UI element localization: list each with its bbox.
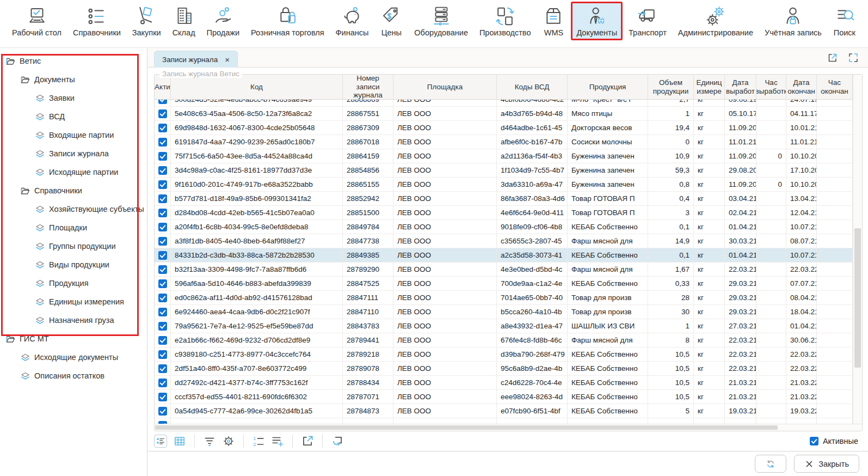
sidebar-item-vetis[interactable]: Ветис — [0, 52, 147, 70]
toolbar-item-production[interactable]: Производство — [474, 2, 537, 40]
sidebar-item-vidy-produkcii[interactable]: Виды продукции — [0, 255, 147, 274]
horizontal-scrollbar[interactable] — [155, 424, 862, 431]
toolbar-item-search[interactable]: Поиск — [828, 2, 861, 40]
table-row[interactable]: b577d781-d18f-49a9-85b6-099301341fa22885… — [155, 192, 853, 206]
table-row[interactable]: 6e924460-aea4-4caa-9db6-d0c2f21c907f2884… — [155, 305, 853, 319]
table-row[interactable]: ed0c862a-af11-4d0d-ab92-d41576128bad2884… — [155, 291, 853, 305]
table-row[interactable]: 69d9848d-1632-4067-8300-4cde25b056482886… — [155, 121, 853, 135]
sidebar-item-ploshchadki[interactable]: Площадки — [0, 218, 147, 237]
table-row[interactable]: a20f4fb1-6c8b-4034-99c5-8e0efd8deba82884… — [155, 220, 853, 234]
table-row[interactable]: dd27492c-d421-4377-b74c-3ff7753c162f2878… — [155, 376, 853, 390]
column-header-edinica[interactable]: Единиц измере — [694, 75, 725, 99]
sidebar-item-produkciya[interactable]: Продукция — [0, 274, 147, 292]
table-row[interactable]: c9389180-c251-4773-8977-04c3ccefc7642878… — [155, 347, 853, 362]
row-active-checkbox[interactable] — [158, 209, 167, 217]
row-active-checkbox[interactable] — [158, 294, 167, 302]
horizontal-scrollbar-thumb[interactable] — [155, 425, 778, 430]
grid-view-icon[interactable] — [173, 435, 186, 448]
toolbar-item-wms[interactable]: WMS — [537, 2, 570, 40]
sidebar-item-zapisi-zhurnala[interactable]: Записи журнала — [0, 144, 147, 163]
row-active-checkbox[interactable] — [158, 237, 167, 246]
toolbar-item-transport[interactable]: Транспорт — [623, 2, 672, 40]
table-row[interactable]: 79a95621-7e7a-4e12-9525-ef5e59be87dd2884… — [155, 319, 853, 333]
toolbar-item-purchases[interactable]: Закупки — [127, 2, 167, 40]
row-active-checkbox[interactable] — [158, 407, 167, 416]
row-active-checkbox[interactable] — [158, 308, 167, 316]
sidebar-item-hozyaystvuyushchie-subekty[interactable]: Хозяйствующие субъекты — [0, 200, 147, 218]
row-active-checkbox[interactable] — [158, 194, 167, 203]
toolbar-item-warehouse[interactable]: Склад — [167, 2, 201, 40]
column-header-chas_vyrab[interactable]: Час выработк — [756, 75, 786, 99]
toolbar-item-account[interactable]: Учётная запись — [759, 2, 827, 40]
row-active-checkbox[interactable] — [158, 364, 167, 373]
table-row[interactable]: 84331b2d-c3db-4b33-88ca-5872b2b285302884… — [155, 248, 853, 263]
column-header-data_okonch[interactable]: Дата окончан — [786, 75, 817, 99]
add-row-icon[interactable] — [271, 435, 284, 448]
tab-journal-records[interactable]: Записи журнала × — [154, 51, 238, 68]
toolbar-item-retail[interactable]: Розничная торговля — [245, 2, 330, 40]
column-header-active[interactable]: Акти — [155, 75, 171, 99]
column-header-kod[interactable]: Код — [171, 75, 343, 99]
refresh-button[interactable] — [755, 455, 786, 473]
sidebar-item-ishodyashchie-dokumenty[interactable]: Исходящие документы — [0, 348, 147, 367]
table-row[interactable] — [155, 418, 853, 424]
column-header-ploshchadka[interactable]: Площадка — [393, 75, 497, 99]
row-active-checkbox[interactable] — [158, 180, 167, 189]
table-row[interactable]: 5e408c63-45aa-4506-8c50-12a73f6a8ca22886… — [155, 107, 853, 121]
toolbar-item-finance[interactable]: Финансы — [330, 2, 374, 40]
vertical-scrollbar[interactable] — [853, 75, 862, 424]
sidebar-item-zayavki[interactable]: Заявки — [0, 89, 147, 107]
sidebar-item-gruppy-produkcii[interactable]: Группы продукции — [0, 237, 147, 255]
row-active-checkbox[interactable] — [158, 166, 167, 175]
table-row[interactable]: 2df51a40-8ff0-435f-a707-8e603772c4992878… — [155, 362, 853, 376]
row-active-checkbox[interactable] — [158, 322, 167, 331]
close-button[interactable]: Закрыть — [794, 455, 859, 473]
vertical-scrollbar-thumb[interactable] — [854, 228, 861, 368]
toolbar-item-prices[interactable]: Цены — [374, 2, 408, 40]
toolbar-item-catalogs[interactable]: Справочники — [67, 2, 126, 40]
sidebar-item-opisaniya-ostatkov[interactable]: Описания остатков — [0, 367, 147, 385]
table-row[interactable]: d284bd08-4cdd-42eb-b565-41c5b07ea0a02885… — [155, 206, 853, 220]
column-header-nomer[interactable]: Номер записи журнала — [343, 75, 393, 99]
table-row[interactable]: e2a1b66c-f662-469d-9232-d706cd2df8e92878… — [155, 333, 853, 347]
column-header-vsd[interactable]: Коды ВСД — [497, 75, 568, 99]
table-row[interactable]: 0a54d945-c777-42a6-99ce-30262d4fb1a52878… — [155, 404, 853, 418]
table-row[interactable]: 9f1610d0-201c-4749-917b-e68a3522babb2886… — [155, 178, 853, 192]
row-active-checkbox[interactable] — [158, 109, 167, 118]
row-active-checkbox[interactable] — [158, 152, 167, 161]
row-active-checkbox[interactable] — [158, 379, 167, 387]
open-external-icon[interactable] — [301, 435, 314, 448]
open-in-window-icon[interactable] — [827, 52, 839, 64]
table-row[interactable]: b32f13aa-3309-4498-9fc7-7a8a87ffb6d62878… — [155, 263, 853, 277]
row-active-checkbox[interactable] — [158, 223, 167, 231]
table-row[interactable]: 6191847d-4aa7-4290-9239-265ad0c180b72886… — [155, 135, 853, 149]
column-header-data_vyrab[interactable]: Дата выработ — [725, 75, 756, 99]
tab-close-icon[interactable]: × — [225, 56, 230, 64]
column-header-obem[interactable]: Объем продукции — [648, 75, 694, 99]
filter-icon[interactable] — [203, 435, 216, 448]
sidebar-item-vsd[interactable]: ВСД — [0, 107, 147, 126]
sidebar-item-naznacheniya-gruza[interactable]: Назначения груза — [0, 311, 147, 329]
table-row[interactable]: 500d24d5-32fe-4e6b-abcc-b74c639ae9492886… — [155, 100, 853, 107]
numbered-list-icon[interactable]: 12 — [252, 435, 265, 448]
row-active-checkbox[interactable] — [158, 279, 167, 288]
row-active-checkbox[interactable] — [158, 124, 167, 132]
detail-view-icon[interactable] — [154, 435, 167, 448]
sidebar-item-ishodyashchie-partii[interactable]: Исходящие партии — [0, 163, 147, 181]
sidebar-item-spravochniki[interactable]: Справочники — [0, 181, 147, 200]
toolbar-item-equipment[interactable]: Оборудование — [409, 2, 473, 40]
row-active-checkbox[interactable] — [158, 265, 167, 274]
sidebar-item-dokumenty[interactable]: Документы — [0, 70, 147, 89]
table-row[interactable]: 3d4c98a9-c0ac-4f25-8161-18977dd37d3e2885… — [155, 163, 853, 178]
active-filter-checkbox[interactable] — [810, 437, 818, 446]
sidebar-item-edinicy-izmereniya[interactable]: Единицы измерения — [0, 292, 147, 311]
row-active-checkbox[interactable] — [158, 336, 167, 345]
toolbar-item-administration[interactable]: Администрирование — [673, 2, 759, 40]
sidebar-item-vhodyashchie-partii[interactable]: Входящие партии — [0, 126, 147, 144]
toolbar-item-desktop[interactable]: Рабочий стол — [7, 2, 67, 40]
table-row[interactable]: 75f715c6-6a50-43ee-8d5a-44524a88ca4d2886… — [155, 149, 853, 163]
toolbar-item-documents[interactable]: Документы — [571, 2, 623, 40]
row-active-checkbox[interactable] — [158, 100, 167, 104]
reload-icon[interactable] — [331, 435, 344, 448]
row-active-checkbox[interactable] — [158, 393, 167, 401]
